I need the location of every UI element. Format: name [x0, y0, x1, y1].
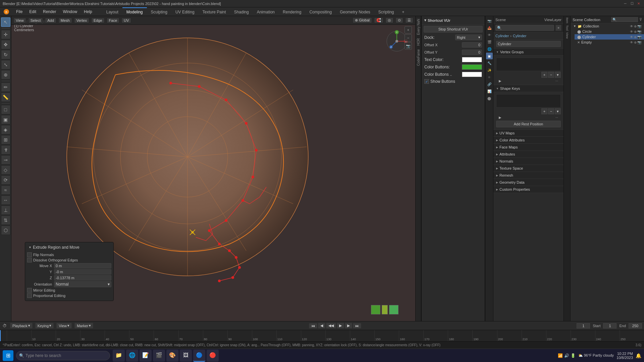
prop-icon-data[interactable]: 📊	[486, 88, 493, 95]
camera-toggle-button[interactable]: 📷	[405, 42, 412, 50]
systray-network[interactable]: 📶	[558, 353, 563, 358]
taskbar-app-premiere[interactable]: 🎬	[153, 350, 165, 362]
sk-expand-btn[interactable]: ▶	[499, 116, 501, 119]
proportional-editing-checkbox[interactable]	[27, 293, 32, 298]
move-x-value[interactable]: 0 m	[54, 263, 111, 268]
taskbar-search[interactable]: 🔍 Type here to search	[16, 351, 110, 360]
current-frame-input[interactable]	[577, 323, 590, 328]
sk-add-button[interactable]: +	[541, 108, 547, 114]
attributes-header[interactable]: ▶ Attributes	[493, 151, 564, 158]
close-button[interactable]: ✕	[636, 1, 641, 6]
sk-remove-button[interactable]: −	[548, 108, 554, 114]
orientation-dropdown[interactable]: Normal ▾	[54, 281, 111, 287]
tool-cursor[interactable]: ✛	[1, 30, 10, 39]
outliner-empty[interactable]: ✕ Empty 👁 ⊕ 📷	[575, 40, 644, 45]
prop-icon-particle[interactable]: ✨	[486, 67, 493, 73]
collection-eye[interactable]: 👁	[630, 24, 633, 28]
vg-more-button[interactable]: ▾	[555, 72, 561, 78]
pp-options-icon[interactable]: ≡	[555, 25, 561, 31]
collapse-triangle[interactable]: ▼	[29, 246, 32, 249]
vp-mesh-menu[interactable]: Mesh	[58, 18, 72, 23]
stop-shortcut-button[interactable]: Stop Shortcut VUr	[424, 26, 483, 33]
uv-maps-header[interactable]: ▶ UV Maps	[493, 130, 564, 137]
vertex-groups-list[interactable]	[496, 58, 561, 71]
keying-menu[interactable]: Keying ▾	[35, 323, 54, 328]
tab-modeling[interactable]: Modeling	[122, 7, 147, 16]
move-z-value[interactable]: -0.13778 m	[54, 275, 111, 281]
outliner-filter-button[interactable]: ⊽	[639, 17, 642, 22]
vp-snap-toggle[interactable]: 🧲	[374, 17, 383, 23]
empty-render[interactable]: 📷	[637, 41, 641, 44]
prop-icon-modifier[interactable]: 🔧	[486, 60, 493, 66]
vp-transform-global[interactable]: ⊕ Global	[353, 17, 372, 23]
tool-smooth[interactable]: ≈	[1, 185, 10, 195]
collection-cursor[interactable]: ⊕	[634, 24, 637, 28]
tab-sculpting[interactable]: Sculpting	[147, 7, 171, 16]
vp-edge-menu[interactable]: Edge	[91, 18, 105, 23]
tab-rendering[interactable]: Rendering	[279, 7, 305, 16]
menu-edit[interactable]: Edit	[26, 7, 40, 16]
empty-eye[interactable]: 👁	[630, 41, 633, 44]
cylinder-render[interactable]: 📷	[637, 35, 641, 39]
menu-window[interactable]: Window	[59, 7, 80, 16]
tab-geometry-nodes[interactable]: Geometry Nodes	[336, 7, 374, 16]
object-name-input[interactable]: Cylinder	[496, 41, 561, 47]
move-y-value[interactable]: -0 m	[54, 269, 111, 275]
normals-header[interactable]: ▶ Normals	[493, 158, 564, 165]
tool-spin[interactable]: ⟳	[1, 175, 10, 185]
offset-y-input[interactable]	[462, 50, 482, 55]
codefame-label[interactable]: CodeFame	[416, 48, 421, 67]
zoom-out-button[interactable]: −	[405, 34, 412, 42]
vg-remove-button[interactable]: −	[548, 72, 554, 78]
tool-annotate[interactable]: ✏	[1, 82, 10, 92]
hor-label[interactable]: HOR	[416, 37, 421, 47]
prop-icon-constraints[interactable]: 🔗	[486, 81, 493, 87]
vp-xray-toggle[interactable]: ☰	[405, 17, 413, 23]
shape-keys-list[interactable]	[496, 94, 561, 108]
vp-view-menu[interactable]: View	[13, 18, 26, 23]
custom-properties-header[interactable]: ▶ Custom Properties	[493, 186, 564, 193]
timeline-type-icon[interactable]: ⏱	[2, 323, 7, 328]
collapse-arrow[interactable]: ▾	[424, 18, 426, 22]
tool-bevel[interactable]: ◈	[1, 125, 10, 134]
dissolve-edges-checkbox[interactable]	[27, 258, 32, 262]
shape-keys-header[interactable]: ▼ Shape Keys	[493, 85, 564, 92]
tool-transform[interactable]: ⊕	[1, 70, 10, 79]
pp-search-input[interactable]	[495, 25, 554, 31]
tool-poly-build[interactable]: ◇	[1, 165, 10, 175]
prop-icon-world[interactable]: 🌐	[486, 46, 493, 52]
tab-texture-paint[interactable]: Texture Paint	[199, 7, 230, 16]
flip-normals-checkbox[interactable]	[27, 252, 32, 257]
view-menu[interactable]: View ▾	[56, 323, 72, 328]
sk-more-button[interactable]: ▾	[555, 108, 561, 114]
collection-render[interactable]: 📷	[637, 24, 641, 28]
tab-compositing[interactable]: Compositing	[305, 7, 336, 16]
vp-select-menu[interactable]: Select	[28, 18, 43, 23]
viewport[interactable]: View Select Add Mesh Vertex Edge Face UV…	[11, 16, 415, 321]
prop-icon-material[interactable]: ⬤	[486, 95, 493, 102]
tool-knife[interactable]: 🗡	[1, 145, 10, 155]
tab-scripting[interactable]: Scripting	[374, 7, 398, 16]
circle-cursor[interactable]: ⊕	[634, 30, 637, 34]
tool-scale[interactable]: ⤡	[1, 60, 10, 69]
vertex-groups-header[interactable]: ▼ Vertex Groups	[493, 49, 564, 56]
face-maps-header[interactable]: ▶ Face Maps	[493, 144, 564, 151]
prop-icon-scene[interactable]: 🎬	[486, 39, 493, 45]
every-nan-label[interactable]: Every NaN	[416, 17, 421, 36]
color-attributes-header[interactable]: ▶ Color Attributes	[493, 137, 564, 144]
taskbar-app-ae[interactable]: 🎨	[166, 350, 178, 362]
text-color-swatch[interactable]	[462, 57, 482, 62]
prop-icon-object[interactable]: ▣	[486, 53, 493, 59]
circle-eye[interactable]: 👁	[630, 30, 633, 34]
cylinder-cursor[interactable]: ⊕	[634, 35, 637, 39]
timeline-body[interactable]: 10 20 30 40 50 60 70 80 90 100 110 120 1…	[0, 330, 644, 341]
prop-icon-render[interactable]: 📷	[486, 17, 493, 24]
tool-shear[interactable]: ⬡	[1, 226, 10, 235]
menu-help[interactable]: Help	[80, 7, 96, 16]
tool-select[interactable]: ↖	[1, 17, 10, 27]
add-rest-position-button[interactable]: Add Rest Position	[496, 121, 561, 127]
empty-cursor[interactable]: ⊕	[634, 41, 637, 44]
outliner-search-input[interactable]	[611, 17, 638, 22]
taskbar-app-word[interactable]: 📝	[140, 350, 152, 362]
taskbar-app-ps[interactable]: 🖼	[180, 350, 192, 362]
